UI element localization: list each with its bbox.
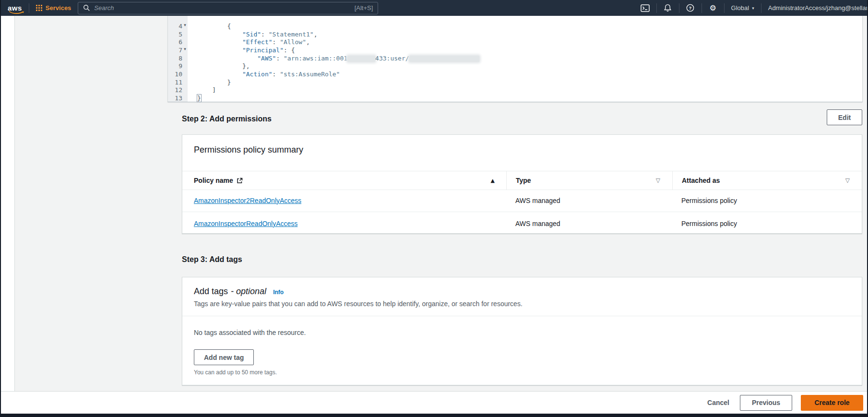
- add-tags-title-text: Add tags: [194, 286, 228, 297]
- search-placeholder: Search: [94, 4, 350, 12]
- notifications-button[interactable]: [657, 4, 679, 12]
- step3-heading: Step 3: Add tags: [182, 255, 242, 264]
- filter-icon[interactable]: ▽: [845, 177, 850, 184]
- line-number: 8: [168, 55, 188, 62]
- policy-name-label: Policy name: [194, 177, 233, 184]
- add-tags-description: Tags are key-value pairs that you can ad…: [194, 300, 850, 308]
- optional-label: - optional: [231, 286, 266, 297]
- code-line: 7▾ "Principal": {: [168, 46, 862, 54]
- account-label: AdministratorAccess/jzhang@stellar: [768, 4, 868, 12]
- code-line: 9 },: [168, 62, 862, 70]
- line-number: 5: [168, 31, 188, 38]
- code-line: 10 "Action": "sts:AssumeRole": [168, 70, 862, 78]
- column-header-type[interactable]: Type ▽: [506, 171, 672, 190]
- question-mark-icon: ?: [686, 4, 694, 12]
- line-number: 13: [168, 95, 188, 102]
- aws-console-create-role-page: aws Services Search [Alt+S]: [0, 0, 868, 417]
- aws-logo[interactable]: aws: [8, 4, 22, 12]
- bell-icon: [664, 4, 672, 12]
- line-number: 6: [168, 38, 188, 46]
- add-new-tag-button[interactable]: Add new tag: [194, 349, 254, 365]
- redacted-text: [347, 56, 375, 62]
- create-role-button[interactable]: Create role: [801, 395, 863, 411]
- nav-right-group: ? ⚙ Global ▾ AdministratorAccess/jzhang@…: [634, 0, 868, 16]
- search-icon: [83, 4, 90, 12]
- table-row: AmazonInspector2ReadOnlyAccess AWS manag…: [182, 189, 862, 212]
- code-text: ]: [188, 86, 216, 94]
- tag-limit-text: You can add up to 50 more tags.: [194, 369, 850, 376]
- code-text: "Effect": "Allow",: [188, 38, 310, 46]
- code-text: "Sid": "Statement1",: [188, 31, 317, 38]
- column-header-policy-name[interactable]: Policy name ▲: [182, 171, 506, 190]
- global-search-input[interactable]: Search [Alt+S]: [78, 2, 378, 14]
- fold-caret-icon[interactable]: ▾: [182, 47, 188, 54]
- line-number: 11: [168, 79, 188, 86]
- no-tags-text: No tags associated with the resource.: [194, 329, 850, 336]
- policy-link-amazoninspectorreadonlyaccess[interactable]: AmazonInspectorReadOnlyAccess: [194, 220, 297, 227]
- search-shortcut-hint: [Alt+S]: [355, 4, 373, 12]
- help-button[interactable]: ?: [679, 4, 702, 12]
- code-line: 11 }: [168, 78, 862, 86]
- add-tags-card-header: Add tags - optional Info Tags are key-va…: [182, 277, 862, 316]
- edit-permissions-button[interactable]: Edit: [827, 109, 862, 125]
- nav-divider: [29, 3, 29, 13]
- chevron-down-icon: ▾: [752, 6, 754, 11]
- svg-text:?: ?: [689, 5, 692, 11]
- services-menu-button[interactable]: Services: [36, 4, 71, 12]
- services-label: Services: [46, 4, 71, 12]
- code-lines: 4▾ {5 "Sid": "Statement1",6 "Effect": "A…: [168, 22, 862, 102]
- region-selector[interactable]: Global ▾: [725, 4, 761, 12]
- top-navigation-bar: aws Services Search [Alt+S]: [0, 0, 868, 16]
- filter-icon[interactable]: ▽: [656, 177, 660, 184]
- line-number: 10: [168, 71, 188, 78]
- code-text: },: [188, 62, 250, 70]
- settings-button[interactable]: ⚙: [702, 4, 724, 12]
- code-text: "AWS": "arn:aws:iam::001433:user/: [188, 55, 479, 62]
- info-link[interactable]: Info: [273, 289, 284, 296]
- type-label: Type: [516, 177, 531, 184]
- code-line: 4▾ {: [168, 22, 862, 30]
- code-line: 6 "Effect": "Allow",: [168, 38, 862, 46]
- cloudshell-terminal-icon: [641, 4, 650, 12]
- aws-smile-icon: [8, 11, 24, 15]
- account-menu-button[interactable]: AdministratorAccess/jzhang@stellar: [761, 4, 868, 12]
- region-label: Global: [731, 4, 749, 12]
- code-text: }: [188, 95, 201, 102]
- policy-type: AWS managed: [506, 197, 672, 204]
- add-tags-card-body: No tags associated with the resource. Ad…: [182, 316, 862, 376]
- sort-ascending-icon[interactable]: ▲: [491, 178, 495, 184]
- fold-caret-icon[interactable]: ▾: [182, 23, 188, 30]
- policy-attached-as: Permissions policy: [672, 197, 862, 204]
- cancel-button[interactable]: Cancel: [705, 395, 731, 411]
- add-tags-card: Add tags - optional Info Tags are key-va…: [182, 277, 862, 385]
- table-row: AmazonInspectorReadOnlyAccess AWS manage…: [182, 212, 862, 235]
- external-link-icon: [237, 178, 243, 184]
- step2-heading: Step 2: Add permissions: [182, 115, 272, 123]
- redacted-text: [409, 56, 479, 62]
- code-text: {: [188, 23, 231, 30]
- permissions-card-title: Permissions policy summary: [182, 135, 862, 155]
- wizard-footer: Cancel Previous Create role: [1, 391, 867, 414]
- line-number: 7▾: [168, 47, 188, 54]
- permissions-policy-summary-card: Permissions policy summary Policy name ▲…: [182, 134, 862, 234]
- cloudshell-button[interactable]: [634, 4, 656, 12]
- code-line: 13}: [168, 94, 862, 102]
- policy-attached-as: Permissions policy: [672, 220, 862, 227]
- policy-table-header: Policy name ▲ Type ▽ Attached as: [182, 171, 862, 190]
- previous-button[interactable]: Previous: [740, 395, 792, 411]
- window-edge: [0, 0, 1, 417]
- column-header-attached-as[interactable]: Attached as ▽: [672, 171, 862, 190]
- code-text: "Principal": {: [188, 47, 295, 54]
- trust-policy-json-editor[interactable]: 4▾ {5 "Sid": "Statement1",6 "Effect": "A…: [167, 16, 863, 102]
- window-edge: [0, 414, 868, 417]
- code-text: "Action": "sts:AssumeRole": [188, 71, 340, 78]
- line-number: 4▾: [168, 23, 188, 30]
- line-number: 9: [168, 62, 188, 70]
- add-tags-title: Add tags - optional Info: [194, 286, 850, 297]
- collapsed-side-panel[interactable]: [1, 16, 15, 391]
- attached-as-label: Attached as: [682, 177, 720, 184]
- policy-type: AWS managed: [506, 220, 672, 227]
- line-number: 12: [168, 86, 188, 94]
- policy-link-amazoninspector2readonlyaccess[interactable]: AmazonInspector2ReadOnlyAccess: [194, 197, 301, 204]
- code-text: }: [188, 79, 231, 86]
